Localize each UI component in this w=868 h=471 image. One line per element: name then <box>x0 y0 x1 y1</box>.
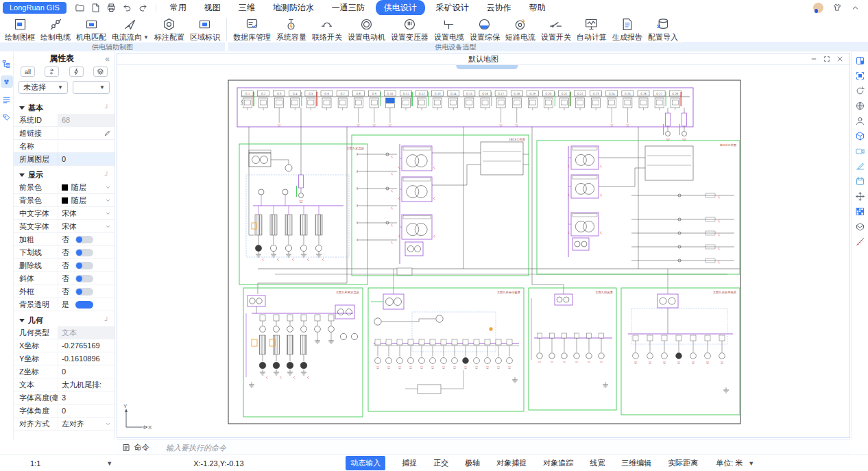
ribbon-绘制电缆[interactable]: 绘制电缆 <box>38 17 73 43</box>
ribbon-设置开关[interactable]: 设置开关 <box>538 17 574 43</box>
box3d-icon[interactable] <box>854 221 866 232</box>
collapse-ribbon-icon[interactable] <box>851 3 860 12</box>
property-value[interactable]: 3 <box>58 391 114 404</box>
status-动态输入[interactable]: 动态输入 <box>346 456 385 470</box>
property-value[interactable]: 否 <box>58 233 114 245</box>
draw-icon[interactable] <box>854 160 866 172</box>
property-value[interactable]: -0.1610896 <box>58 352 114 365</box>
camera-icon[interactable] <box>854 145 866 157</box>
property-value[interactable]: 否 <box>58 272 114 285</box>
user-avatar[interactable] <box>813 3 823 13</box>
status-极轴[interactable]: 极轴 <box>465 458 480 468</box>
toggle-switch[interactable] <box>75 301 93 309</box>
ribbon-自动计算[interactable]: 自动计算 <box>574 17 610 43</box>
toggle-switch[interactable] <box>75 275 93 282</box>
maximize-icon[interactable] <box>823 56 830 62</box>
app-logo[interactable]: LongRuan GIS <box>3 2 67 14</box>
section-header-基本[interactable]: 基本┘ <box>14 101 114 114</box>
ribbon-生成报告[interactable]: 生成报告 <box>610 17 645 43</box>
status-线宽[interactable]: 线宽 <box>590 458 605 468</box>
property-value[interactable]: 否 <box>58 259 114 271</box>
property-value[interactable]: 0 <box>58 153 114 165</box>
close-icon[interactable] <box>836 56 843 62</box>
ribbon-机电匹配[interactable]: 机电匹配 <box>73 17 109 43</box>
panel-collapse-button[interactable]: « <box>105 54 110 64</box>
property-value[interactable]: 0 <box>58 365 114 378</box>
property-value[interactable]: 宋体 <box>58 220 114 232</box>
ribbon-标注配置[interactable]: 标注配置 <box>152 17 187 43</box>
ribbon-电流流向[interactable]: 电流流向▼ <box>109 17 152 43</box>
ribbon-联络开关[interactable]: 联络开关 <box>309 17 345 43</box>
status-正交[interactable]: 正交 <box>433 458 448 468</box>
property-value[interactable]: 否 <box>58 285 114 298</box>
property-value[interactable]: 随层 <box>58 181 114 193</box>
cluster-icon[interactable] <box>1 75 13 88</box>
section-header-显示[interactable]: 显示┘ <box>14 169 114 181</box>
toggle-switch[interactable] <box>75 288 93 295</box>
status-对象追踪[interactable]: 对象追踪 <box>543 458 573 468</box>
property-value[interactable] <box>58 140 114 152</box>
menu-tab-供电设计[interactable]: 供电设计 <box>376 0 425 16</box>
menu-tab-地测防治水[interactable]: 地测防治水 <box>264 1 323 15</box>
schematic-drawing[interactable]: G-1G-2G-3G-4G-5G-6G-7G-8G-9G-10G-11G-12G… <box>117 65 849 437</box>
measure-icon[interactable] <box>854 236 866 247</box>
save-file-icon[interactable] <box>91 3 101 13</box>
print-icon[interactable] <box>106 3 117 13</box>
minimize-icon[interactable] <box>810 56 817 62</box>
theme-skin-icon[interactable] <box>832 3 842 12</box>
unit-selector[interactable]: 单位: 米 ▼ <box>716 458 754 468</box>
user-icon[interactable] <box>854 115 866 127</box>
menu-tab-三维[interactable]: 三维 <box>230 1 264 15</box>
menu-tab-一通三防[interactable]: 一通三防 <box>323 1 374 15</box>
filter-link-icon[interactable] <box>45 67 59 77</box>
edit-pencil-icon[interactable] <box>104 130 111 136</box>
filter-all[interactable]: all <box>21 67 35 77</box>
ribbon-数据库管理[interactable]: 数据库管理 <box>230 17 274 43</box>
ribbon-短路电流[interactable]: 短路电流 <box>503 17 538 43</box>
tag-icon[interactable] <box>1 111 13 123</box>
status-捕捉[interactable]: 捕捉 <box>402 458 417 468</box>
property-value[interactable]: 0 <box>58 404 114 417</box>
property-value[interactable]: 太九机尾排: <box>58 378 114 391</box>
cube-icon[interactable] <box>854 130 866 142</box>
filter-layers-icon[interactable] <box>93 67 108 77</box>
select-region-icon[interactable] <box>854 70 866 82</box>
property-value[interactable]: 文本 <box>58 326 114 339</box>
ribbon-设置变压器[interactable]: 设置变压器 <box>388 17 431 43</box>
zoom-scale[interactable]: 1:1 <box>30 459 40 468</box>
calendar-icon[interactable] <box>854 176 866 187</box>
list-icon[interactable] <box>1 93 13 106</box>
toggle-switch[interactable] <box>75 262 93 269</box>
canvas-tab-title[interactable]: 默认地图 <box>117 54 849 64</box>
ribbon-设置综保[interactable]: 设置综保 <box>467 17 503 43</box>
filter-flash-icon[interactable] <box>69 67 84 77</box>
secondary-dropdown[interactable]: ▼ <box>73 81 110 94</box>
redo-icon[interactable] <box>138 3 148 13</box>
move-icon[interactable] <box>854 191 866 202</box>
panel-layout-icon[interactable] <box>854 55 866 67</box>
status-对象捕捉[interactable]: 对象捕捉 <box>496 458 527 468</box>
command-input[interactable] <box>166 444 845 452</box>
ribbon-设置电缆[interactable]: 设置电缆 <box>431 17 467 43</box>
globe-grid-icon[interactable] <box>854 100 866 112</box>
tree-icon[interactable] <box>1 58 13 70</box>
property-value[interactable]: 是 <box>58 298 114 311</box>
property-value[interactable]: 左对齐 <box>58 418 114 430</box>
property-value[interactable]: 否 <box>58 246 114 258</box>
ribbon-系统容量[interactable]: 系统容量 <box>274 17 309 43</box>
canvas-tab-indicator[interactable] <box>456 65 518 69</box>
ribbon-绘制图框[interactable]: 绘制图框 <box>2 17 38 43</box>
menu-tab-常用[interactable]: 常用 <box>161 1 195 15</box>
section-header-几何[interactable]: 几何┘ <box>14 314 114 326</box>
property-value[interactable] <box>58 127 114 139</box>
undo-icon[interactable] <box>122 3 132 13</box>
menu-tab-采矿设计[interactable]: 采矿设计 <box>427 1 478 15</box>
property-value[interactable]: -0.2765169 <box>58 339 114 352</box>
menu-tab-云协作[interactable]: 云协作 <box>478 1 520 15</box>
selection-dropdown[interactable]: 未选择 ▼ <box>19 81 68 94</box>
open-file-icon[interactable] <box>75 3 85 13</box>
rotate-icon[interactable] <box>854 85 866 97</box>
scale-chevron-icon[interactable]: ▼ <box>106 460 112 467</box>
property-value[interactable]: 宋体 <box>58 207 114 219</box>
checker-icon[interactable] <box>854 206 866 217</box>
